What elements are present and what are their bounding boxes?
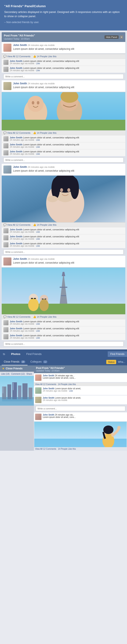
comment-input-2[interactable]: [3, 158, 124, 162]
comment-row-1-2: John Smith Lorem ipsum dolor sit amet, c…: [2, 66, 125, 73]
comment-input-3[interactable]: [3, 250, 124, 254]
svg-point-3: [32, 101, 34, 104]
post-meta-2: John Smith 24 minutes ago via mobile: [13, 82, 124, 85]
mini-like-link-2[interactable]: Like: [69, 390, 73, 392]
mini-post-text-4: John Smith 24 minutes ago via... Lorem i…: [43, 414, 126, 420]
write-comment-1: [2, 73, 125, 80]
comment-time-2-2: 24 minutes ago via mobile · Like: [10, 146, 124, 148]
comment-like-4-1[interactable]: Like: [36, 323, 40, 325]
comment-like-2-1[interactable]: Like: [36, 139, 40, 141]
like-icon-1: 👍: [33, 55, 36, 58]
post-text-1: Lorem ipsum dolor sit amet, consectetur …: [13, 47, 124, 51]
write-comment-2: [2, 156, 125, 164]
post-username-4: John Smith: [13, 258, 27, 260]
mini-share-btn[interactable]: Share: [26, 373, 32, 375]
nav-item-ts[interactable]: ts: [0, 351, 8, 357]
mini-avatar-2-3: [3, 150, 8, 155]
comment-input-4[interactable]: [3, 342, 124, 346]
small-like-1[interactable]: 14 People Like this: [58, 383, 76, 386]
comment-input-1[interactable]: [3, 74, 124, 79]
mini-post-avatar-3: [35, 397, 41, 403]
nav-item-find-friends[interactable]: Find Friends: [23, 351, 44, 357]
svg-rect-21: [60, 287, 67, 288]
comments-icon-4: 💬: [3, 315, 6, 318]
small-action-bar-1: View All 12 Comments 14 People Like this: [34, 382, 127, 386]
tab-close-friends-label: Close Friends: [4, 360, 19, 363]
mini-post-username-3: John Smith: [43, 397, 54, 399]
mini-comment-btn[interactable]: Comment (12): [11, 373, 25, 375]
comments-icon-3: 💬: [3, 223, 6, 226]
mini-avatar-1-2: [3, 67, 8, 72]
post-image-eiffel: [2, 268, 125, 314]
right-post-title: Post From "All Friends": [36, 366, 65, 370]
like-btn-2[interactable]: 👍 14 People Like this: [33, 132, 57, 134]
nav-item-photos[interactable]: Photos: [8, 351, 23, 357]
mini-post-username-2: John Smith: [43, 387, 54, 390]
hide-panel-button[interactable]: Hide Panel: [105, 36, 119, 39]
comment-like-2-2[interactable]: Like: [36, 146, 40, 148]
comment-body-4-3: Lorem ipsum dolor sit amet, consectetur …: [23, 334, 79, 337]
view-comments-btn-2[interactable]: 💬 View All 12 Comments: [3, 132, 30, 134]
like-label-1: 14 People Like this: [37, 55, 57, 58]
comment-like-3-3[interactable]: Like: [36, 245, 40, 247]
like-icon-4: 👍: [33, 315, 36, 318]
mini-avatar-4-3: [3, 334, 8, 339]
comment-text-3-2: John Smith Lorem ipsum dolor sit amet, c…: [10, 235, 124, 240]
right-view-comments[interactable]: View All 12 Comments: [35, 448, 56, 450]
post-updated: Updated Today: 10:00am: [4, 38, 30, 40]
svg-rect-38: [22, 383, 27, 399]
mini-post-body-2: Lorem ipsum dolor sit amet,: [55, 387, 81, 390]
comment-body-4-1: Lorem ipsum dolor sit amet, consectetur …: [23, 320, 79, 323]
small-like-label-1: 14 People Like this: [58, 383, 76, 386]
action-bar-2: 💬 View All 12 Comments 👍 14 People Like …: [2, 130, 125, 135]
post-time-1: 24 minutes ago via mobile: [28, 44, 55, 46]
comment-row-2-2: John Smith Lorem ipsum dolor sit amet, c…: [2, 142, 125, 149]
tab-close-friends[interactable]: Close Friends 19: [2, 358, 27, 365]
star-icon: ★: [2, 367, 4, 370]
comment-like-1-2[interactable]: Like: [36, 69, 40, 72]
action-bar-1: 💬 View All 12 Comments 👍 14 People Like …: [2, 54, 125, 59]
comment-like-4-3[interactable]: Like: [36, 337, 40, 339]
comment-input-mini[interactable]: [36, 406, 125, 411]
comment-like-2-3[interactable]: Like: [36, 153, 40, 155]
like-btn-4[interactable]: 👍 14 People Like this: [33, 315, 57, 318]
comment-time-1-2: 24 minutes ago via mobile · Like: [10, 69, 124, 72]
comment-like-3-1[interactable]: Like: [36, 231, 40, 233]
comment-row-3-1: John Smith Lorem ipsum dolor sit amet, c…: [2, 227, 125, 234]
svg-point-14: [70, 178, 79, 199]
mini-post-2: John Smith Lorem ipsum dolor sit amet, 2…: [34, 386, 127, 395]
comment-text-4-2: John Smith Lorem ipsum dolor sit amet, c…: [10, 327, 124, 332]
tab-right-actions: Status Wha...: [106, 360, 125, 364]
close-panel-button[interactable]: ✕: [120, 36, 123, 39]
mini-avatar-4-2: [3, 327, 8, 332]
comment-like-3-2[interactable]: Like: [36, 238, 40, 240]
comment-like-1-1[interactable]: Like: [36, 62, 40, 65]
comment-like-4-2[interactable]: Like: [36, 330, 40, 332]
like-btn-3[interactable]: 👍 14 People Like this: [33, 223, 57, 226]
post-content-1: John Smith 24 minutes ago via mobile Lor…: [13, 44, 124, 52]
tab-collegues[interactable]: Collegues 12: [28, 358, 50, 365]
right-like-btn[interactable]: 14 People Like this: [58, 448, 76, 450]
small-post-image: [34, 422, 127, 447]
post-text-2: Lorem ipsum dolor sit amet, consectetur …: [13, 86, 124, 89]
view-comments-btn-3[interactable]: 💬 View All 12 Comments: [3, 223, 30, 226]
write-comment-mini: [34, 405, 127, 412]
mini-like-btn[interactable]: Like (14): [1, 373, 9, 375]
small-view-comments-1[interactable]: View All 12 Comments: [35, 383, 56, 386]
like-btn-1[interactable]: 👍 14 People Like this: [33, 55, 57, 58]
nav-find-friends-right[interactable]: Find Friends: [108, 351, 127, 357]
header-description: Secondary articles displayed in right pa…: [4, 10, 123, 18]
status-button[interactable]: Status: [106, 360, 116, 364]
write-comment-4: [2, 340, 125, 348]
avatar-3: [3, 166, 11, 174]
post-title: Post From "All Friends": [4, 34, 35, 37]
mini-post-2-inner: John Smith Lorem ipsum dolor sit amet, 2…: [35, 387, 126, 394]
avatar-1: [3, 44, 11, 52]
right-view-comments-label: View All 12 Comments: [35, 448, 56, 450]
view-comments-btn-1[interactable]: 💬 View All 12 Comments: [3, 55, 30, 58]
post-image-women-laughing: [2, 92, 125, 130]
view-comments-btn-4[interactable]: 💬 View All 12 Comments: [3, 315, 30, 318]
post-header-right: Hide Panel ✕: [105, 36, 123, 39]
svg-rect-42: [2, 397, 32, 401]
tabs-row: Close Friends 19 Collegues 12 Status Wha…: [0, 358, 127, 365]
